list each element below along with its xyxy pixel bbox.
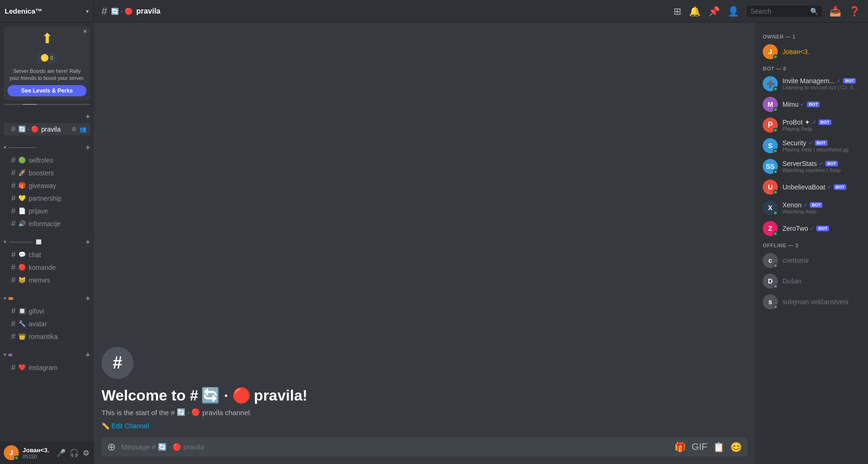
- category-header-instagram[interactable]: ▾ +: [0, 343, 94, 361]
- member-avatar: U: [763, 180, 778, 195]
- member-info: Security ✓ BOT Playing /help | securityb…: [782, 139, 860, 152]
- channel-item-selfroles[interactable]: # 🟢 selfroles: [4, 154, 90, 166]
- ch-hash-icon: #: [11, 251, 16, 259]
- channels-icon[interactable]: ⊞: [673, 6, 681, 17]
- server-header-topbar[interactable]: Ledenica™ ▾: [0, 0, 94, 22]
- welcome-subtitle: This is the start of the # 🔄 · 🔴 pravila…: [102, 408, 748, 417]
- ch-hash-icon: #: [11, 363, 16, 372]
- inbox-icon[interactable]: 📥: [829, 6, 841, 17]
- channel-item-komande[interactable]: # 🔴 komande: [4, 261, 90, 274]
- topbar-actions: ⊞ 🔔 📌 👤 🔍 📥 ❓: [666, 6, 868, 17]
- notifications-icon[interactable]: 🔔: [689, 6, 701, 17]
- member-item-unbelievaboat[interactable]: U UnbelievaBoat ✓ BOT: [759, 177, 864, 197]
- channel-members-icon[interactable]: 👥: [79, 126, 86, 133]
- add-channel-info-icon[interactable]: +: [86, 143, 90, 152]
- member-status-dot: [773, 284, 778, 289]
- add-channel-chat-icon[interactable]: +: [86, 238, 90, 246]
- member-name: Mimu ✓ BOT: [782, 101, 860, 108]
- channel-item-memes[interactable]: # 😸 memes: [4, 274, 90, 286]
- mute-icon[interactable]: 🎤: [55, 448, 67, 458]
- username-panel: Јован<3.: [23, 447, 52, 454]
- member-item-jovan[interactable]: Ј Јован<3.: [759, 41, 864, 62]
- add-channel-gifovi-icon[interactable]: +: [86, 294, 90, 303]
- help-icon[interactable]: ❓: [849, 6, 860, 17]
- settings-icon[interactable]: ⚙: [82, 448, 90, 458]
- search-input[interactable]: [747, 6, 822, 17]
- member-info: Xenon ✓ BOT Watching /help: [782, 201, 860, 214]
- ch-emoji-icon: 🔧: [18, 320, 26, 327]
- category-arrow-icon: ▾: [4, 296, 7, 301]
- message-actions: 🎁 GIF 📋 😊: [674, 441, 742, 453]
- message-input[interactable]: [121, 437, 669, 456]
- avatar-text: M: [767, 101, 773, 108]
- member-item-serverstats[interactable]: SS ServerStats ✓ BOT Watching counters |…: [759, 156, 864, 177]
- message-attach-button[interactable]: ⊕: [107, 441, 116, 453]
- category-arrow-icon: ▾: [4, 145, 7, 150]
- member-info: ZeroTwo ✓ BOT: [782, 225, 860, 232]
- channel-settings-icon[interactable]: ⚙: [71, 126, 77, 133]
- member-item-dusan[interactable]: D Dušan: [759, 271, 864, 291]
- category-header-top[interactable]: +: [0, 105, 94, 123]
- channel-item-giveaway[interactable]: # 🎁 giveaway: [4, 180, 90, 192]
- member-info: Јован<3.: [782, 48, 860, 55]
- member-status-dot: [773, 87, 778, 91]
- member-status-text: Listening to invi-bot.xyz | C2, S...: [782, 85, 860, 90]
- channel-item-avatar[interactable]: # 🔧 avatar: [4, 318, 90, 330]
- ch-emoji-icon: 🔴: [18, 264, 26, 271]
- category-arrow-icon: ▾: [4, 239, 7, 244]
- add-channel-instagram-icon[interactable]: +: [86, 351, 90, 359]
- emoji-icon[interactable]: 😊: [730, 441, 742, 453]
- ch-name: chat: [29, 251, 86, 259]
- channel-item-gifovi[interactable]: # 🔲 gifovi: [4, 305, 90, 317]
- member-item-security[interactable]: S Security ✓ BOT Playing /help | securit…: [759, 135, 864, 156]
- member-category-offline: OFFLINE — 3: [759, 239, 864, 250]
- channel-item-chat[interactable]: # 💬 chat: [4, 249, 90, 261]
- add-channel-icon[interactable]: +: [86, 112, 90, 121]
- members-icon[interactable]: 👤: [727, 6, 739, 17]
- member-item-probot[interactable]: P ProBot ✦ ✓ BOT Playing /help: [759, 115, 864, 135]
- member-avatar: SS: [763, 159, 778, 174]
- category-gifovi-left: ▾: [4, 296, 13, 301]
- ch-name: prijave: [29, 207, 86, 215]
- channel-item-informacije[interactable]: # 🔊 informacije: [4, 218, 90, 230]
- member-name: ZeroTwo ✓ BOT: [782, 225, 860, 232]
- member-item-mimu[interactable]: M Mimu ✓ BOT: [759, 94, 864, 115]
- bot-badge: BOT: [815, 140, 828, 146]
- member-item-xenon[interactable]: X Xenon ✓ BOT Watching /help: [759, 197, 864, 218]
- user-avatar[interactable]: Ј: [4, 445, 19, 460]
- boost-button[interactable]: See Levels & Perks: [8, 85, 86, 96]
- gift-icon[interactable]: 🎁: [674, 441, 686, 453]
- sticker-icon[interactable]: 📋: [713, 441, 725, 453]
- pin-icon[interactable]: 📌: [708, 6, 720, 17]
- channel-item-romantika[interactable]: # 👑 romantika: [4, 330, 90, 343]
- category-header-gifovi[interactable]: ▾ +: [0, 287, 94, 305]
- channel-item-instagram[interactable]: # ❤️ instagram: [4, 362, 90, 374]
- channel-hash-icon: #: [11, 125, 16, 134]
- ch-emoji-icon: 👑: [18, 333, 26, 340]
- boost-card: ⭐ 0: [37, 53, 57, 63]
- edit-channel-link[interactable]: ✏️ Edit Channel: [102, 422, 748, 430]
- channel-item-prijave[interactable]: # 📄 prijave: [4, 205, 90, 217]
- channel-item-pravila[interactable]: # 🔄 · 🔴 pravila ⚙ 👥: [4, 123, 90, 135]
- avatar-text: U: [768, 183, 773, 191]
- channel-item-partnership[interactable]: # 💛 partnership: [4, 192, 90, 204]
- member-info: cvettomir: [782, 257, 860, 264]
- member-item-sulejman[interactable]: s sulejman veličanstveni: [759, 291, 864, 312]
- member-avatar: Ј: [763, 44, 778, 59]
- channel-item-boosters[interactable]: # 🚀 boosters: [4, 167, 90, 179]
- ch-hash-icon: #: [11, 181, 16, 190]
- member-status-dot: [773, 169, 778, 174]
- deafen-icon[interactable]: 🎧: [69, 448, 80, 458]
- category-header-info[interactable]: ▾ +: [0, 136, 94, 154]
- category-header-chat[interactable]: ▾ ⬜ +: [0, 230, 94, 248]
- bot-badge: BOT: [807, 102, 820, 107]
- boost-visual: ⬆ ⭐ 0: [8, 30, 86, 68]
- search-container[interactable]: 🔍: [747, 6, 822, 17]
- gif-icon[interactable]: GIF: [692, 441, 707, 452]
- member-item-invite-manager[interactable]: ➕ Invite Managem... ✓ BOT Listening to i…: [759, 73, 864, 94]
- ch-hash-icon: #: [11, 156, 16, 165]
- member-item-cvettomir[interactable]: c cvettomir: [759, 250, 864, 271]
- member-item-zerotwo[interactable]: Z ZeroTwo ✓ BOT: [759, 218, 864, 239]
- top-bar: Ledenica™ ▾ # 🔄 · 🔴 pravila ⊞ 🔔 📌 👤 🔍 📥 …: [0, 0, 868, 23]
- category-scroll-box: ⬜: [36, 239, 42, 244]
